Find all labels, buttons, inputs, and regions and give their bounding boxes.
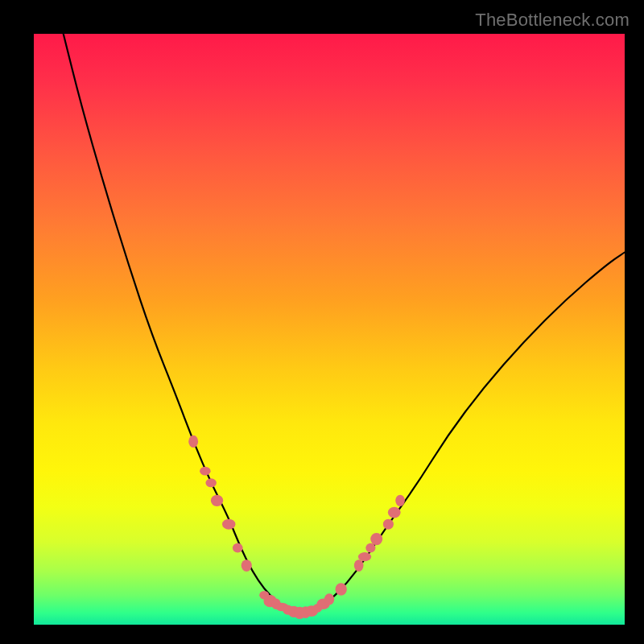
chart-svg: [34, 34, 625, 625]
chart-frame: TheBottleneck.com: [0, 0, 644, 644]
scatter-markers: [188, 436, 405, 619]
curve-marker: [200, 467, 210, 476]
curve-marker: [324, 593, 334, 605]
curve-marker: [211, 495, 223, 506]
curve-marker: [383, 519, 394, 530]
curve-marker: [242, 559, 252, 572]
bottleneck-curve: [64, 34, 625, 613]
curve-marker: [395, 495, 405, 506]
curve-marker: [354, 559, 364, 572]
curve-marker: [336, 583, 347, 595]
curve-marker: [222, 519, 235, 530]
watermark-text: TheBottleneck.com: [475, 10, 630, 31]
curve-marker: [188, 436, 198, 448]
plot-area: [34, 34, 625, 625]
curve-marker: [388, 507, 401, 518]
curve-marker: [205, 478, 217, 487]
curve-marker: [233, 543, 243, 553]
curve-marker: [370, 533, 382, 545]
curve-marker: [358, 552, 371, 561]
